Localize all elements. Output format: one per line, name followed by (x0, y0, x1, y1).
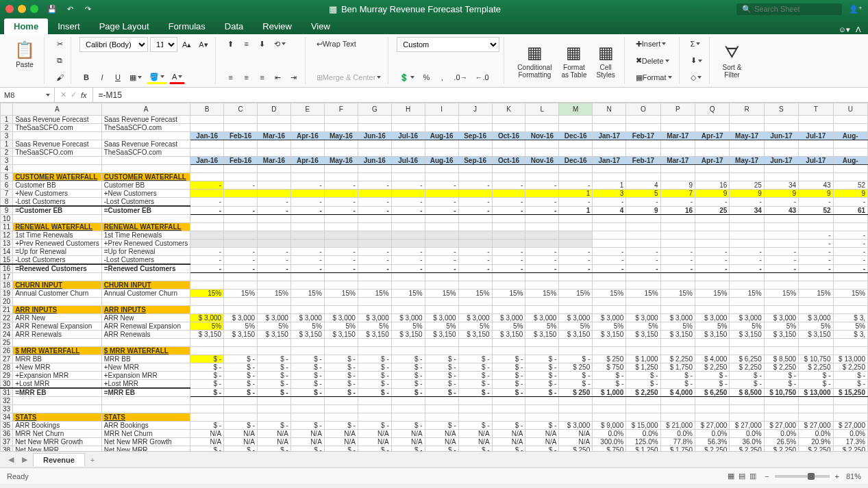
cell[interactable]: - (492, 181, 525, 190)
cell[interactable]: $ 3,150 (626, 331, 660, 339)
cell[interactable] (290, 149, 324, 157)
cell[interactable] (492, 165, 525, 173)
cell[interactable] (391, 165, 425, 173)
cell[interactable] (224, 149, 258, 157)
cell[interactable] (660, 231, 695, 240)
cell[interactable]: - (492, 248, 525, 256)
font-name-select[interactable]: Calibri (Body) (79, 37, 148, 52)
cell[interactable]: - (190, 256, 224, 265)
cell[interactable]: $ 27,000 (695, 422, 730, 430)
cell[interactable] (458, 273, 492, 281)
cell[interactable] (224, 397, 258, 405)
cell[interactable] (660, 165, 695, 173)
cell[interactable]: -Lost Customers (13, 198, 102, 207)
cell[interactable]: $ 3,150 (492, 331, 525, 339)
cell[interactable] (391, 397, 425, 405)
cell[interactable]: $ 6,250 (730, 355, 764, 363)
cell[interactable]: $ 15,250 (833, 388, 868, 397)
cell[interactable]: - (458, 181, 492, 190)
cell[interactable]: MRR Net Churn (101, 430, 190, 438)
cell[interactable] (559, 140, 593, 149)
cell[interactable]: N/A (358, 430, 391, 438)
cell[interactable]: $ 3,000 (425, 314, 458, 322)
cell[interactable] (730, 140, 764, 149)
cell[interactable]: $ - (224, 380, 258, 389)
number-format-select[interactable]: Custom (397, 37, 499, 52)
cell[interactable] (695, 231, 730, 240)
cell[interactable]: 5% (425, 322, 458, 331)
spreadsheet-grid[interactable]: AABCDEFGHIJKLMNOPQRSTU1Saas Revenue Fore… (0, 103, 868, 451)
col-header-A[interactable]: A (13, 103, 102, 116)
cell[interactable]: - (190, 181, 224, 190)
cell[interactable] (492, 215, 525, 223)
cell[interactable]: $ - (492, 446, 525, 452)
cell[interactable]: - (458, 206, 492, 215)
conditional-formatting-button[interactable]: ▦Conditional Formatting (512, 37, 556, 84)
cell[interactable]: $ 2,250 (730, 363, 764, 372)
cell[interactable]: 9 (695, 190, 730, 198)
cell[interactable]: 77.8% (660, 438, 695, 446)
cell[interactable]: N/A (525, 430, 559, 438)
cell[interactable]: 15% (290, 290, 324, 298)
increase-indent-icon[interactable]: ⇥ (287, 70, 301, 84)
cell[interactable] (695, 339, 730, 347)
row-header-17[interactable]: 17 (1, 273, 13, 281)
cell[interactable]: =MRR EB (101, 388, 190, 397)
cell[interactable] (730, 215, 764, 223)
cell[interactable] (358, 140, 391, 149)
increase-decimal-icon[interactable]: .0→ (451, 70, 470, 84)
cell[interactable] (224, 273, 258, 281)
cell[interactable] (799, 149, 833, 157)
cell[interactable] (101, 405, 190, 413)
cell[interactable] (190, 140, 224, 149)
cell[interactable]: ARR Renewal Expansion (13, 322, 102, 331)
cell[interactable]: 3 (593, 190, 626, 198)
cell[interactable]: $ 250 (593, 355, 626, 363)
cell[interactable]: - (764, 248, 798, 256)
cell[interactable]: $ - (358, 388, 391, 397)
view-layout-icon[interactable]: ▤ (739, 472, 745, 480)
row-header-19[interactable]: 19 (1, 290, 13, 298)
cell[interactable] (324, 298, 358, 306)
cell[interactable]: 15% (224, 290, 258, 298)
cell[interactable]: $ 27,000 (730, 422, 764, 430)
cell[interactable]: - (358, 248, 391, 256)
cell[interactable] (258, 181, 291, 190)
cell[interactable]: $ 3,000 (559, 422, 593, 430)
cell[interactable] (290, 165, 324, 173)
cell[interactable] (358, 124, 391, 132)
cell[interactable] (833, 298, 868, 306)
cell[interactable] (492, 116, 525, 124)
cell[interactable] (492, 149, 525, 157)
cell[interactable] (525, 116, 559, 124)
cell[interactable] (525, 397, 559, 405)
cell[interactable]: $ 3,150 (258, 331, 291, 339)
cell[interactable] (258, 339, 291, 347)
cell[interactable] (695, 124, 730, 132)
cell[interactable]: 5% (290, 322, 324, 331)
cell[interactable]: 5% (730, 322, 764, 331)
cell[interactable] (833, 124, 868, 132)
row-header-27[interactable]: 27 (1, 355, 13, 363)
cell[interactable]: - (695, 264, 730, 273)
cell[interactable]: 9 (626, 206, 660, 215)
cell[interactable] (492, 231, 525, 240)
cell[interactable]: - (425, 248, 458, 256)
cell[interactable]: $ 3,150 (190, 331, 224, 339)
cell[interactable]: - (730, 256, 764, 265)
cell[interactable]: $ - (190, 380, 224, 389)
cell[interactable]: $ 250 (559, 446, 593, 452)
cell[interactable]: $ - (258, 388, 291, 397)
cell[interactable] (358, 405, 391, 413)
col-header-M[interactable]: M (559, 103, 593, 116)
cell[interactable]: 300.0% (593, 438, 626, 446)
cell[interactable]: N/A (525, 438, 559, 446)
wrap-text-button[interactable]: ↩ Wrap Text (314, 37, 359, 51)
cell[interactable]: 1 (559, 206, 593, 215)
cell[interactable]: $ - (324, 446, 358, 452)
cell[interactable]: $ 3,000 (458, 314, 492, 322)
cell[interactable]: Customer BB (101, 181, 190, 190)
cell[interactable] (290, 231, 324, 240)
cell[interactable] (458, 116, 492, 124)
cell[interactable] (290, 397, 324, 405)
